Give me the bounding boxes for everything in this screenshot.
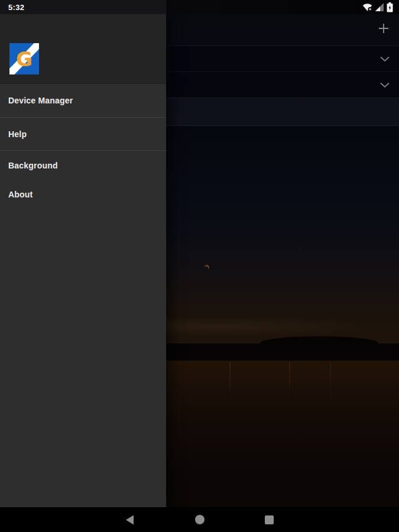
status-icons [362,2,393,12]
home-button[interactable] [193,513,206,526]
sidebar-item-label: Background [8,161,58,170]
sidebar-item-about[interactable]: About [0,180,166,209]
home-icon [195,515,205,524]
status-bar: 5:32 [0,0,399,14]
plus-icon [378,22,390,34]
logo-letter: G [16,47,33,71]
recents-icon [265,515,274,524]
chevron-down-icon[interactable] [379,56,390,62]
clock-text: 5:32 [6,3,24,12]
drawer-menu: Device Manager Help Background About [0,83,166,209]
drawer-header: G [0,14,166,83]
sidebar-item-label: About [8,190,33,199]
sidebar-item-label: Device Manager [8,96,73,105]
android-screen: G Device Manager Help Background About 5… [0,0,399,532]
back-button[interactable] [124,513,137,526]
cell-signal-partial-icon [375,3,384,11]
app-logo: G [9,43,39,74]
add-button[interactable] [377,22,390,35]
navigation-drawer: G Device Manager Help Background About [0,14,166,507]
battery-charging-icon [387,2,393,12]
nav-bar [0,507,399,532]
sidebar-item-help[interactable]: Help [0,118,166,151]
sidebar-item-device-manager[interactable]: Device Manager [0,84,166,118]
wifi-no-connection-icon [362,3,372,12]
chevron-down-icon[interactable] [379,82,390,88]
sidebar-item-label: Help [8,129,27,139]
recents-button[interactable] [263,513,276,526]
sidebar-item-background[interactable]: Background [0,151,166,180]
back-icon [125,514,135,525]
